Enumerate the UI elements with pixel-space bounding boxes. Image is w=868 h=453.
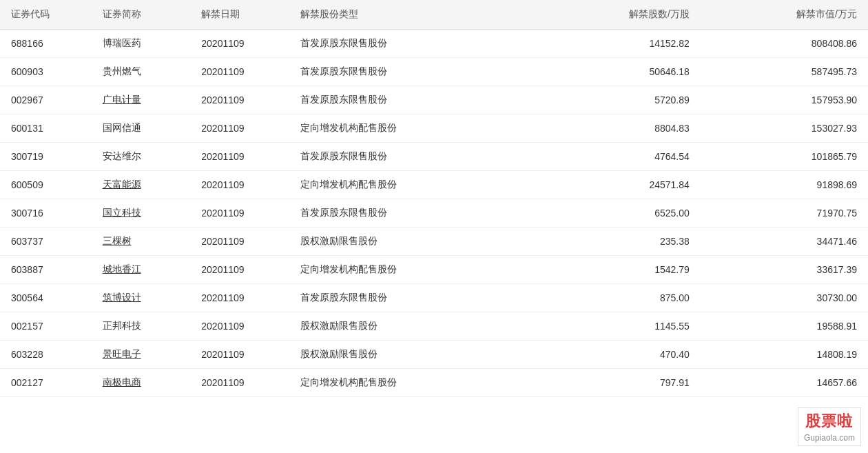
table-row: 603228景旺电子20201109股权激励限售股份470.4014808.19 xyxy=(0,341,868,369)
cell-type: 首发原股东限售股份 xyxy=(289,86,533,114)
cell-code: 688166 xyxy=(0,30,92,58)
cell-name[interactable]: 广电计量 xyxy=(92,86,191,114)
cell-name[interactable]: 筑博设计 xyxy=(92,284,191,312)
stock-name-link[interactable]: 南极电商 xyxy=(103,376,141,387)
cell-date: 20201109 xyxy=(190,341,289,369)
cell-code: 600903 xyxy=(0,58,92,86)
cell-type: 定向增发机构配售股份 xyxy=(289,171,533,199)
watermark-sub: Gupiaola.com xyxy=(804,433,855,443)
table-row: 600131国网信通20201109定向增发机构配售股份8804.8315302… xyxy=(0,114,868,143)
cell-date: 20201109 xyxy=(190,143,289,171)
watermark: 股票啦 Gupiaola.com xyxy=(798,407,861,446)
cell-type: 首发原股东限售股份 xyxy=(289,30,533,58)
stock-name-link[interactable]: 景旺电子 xyxy=(103,348,141,359)
table-row: 002967广电计量20201109首发原股东限售股份5720.89157953… xyxy=(0,86,868,114)
cell-value: 157953.90 xyxy=(701,86,868,114)
cell-value: 14808.19 xyxy=(701,341,868,369)
cell-code: 300716 xyxy=(0,199,92,228)
table-body: 688166博瑞医药20201109首发原股东限售股份14152.8280840… xyxy=(0,30,868,397)
cell-code: 300719 xyxy=(0,143,92,171)
cell-shares: 24571.84 xyxy=(533,171,701,199)
stock-name-link[interactable]: 筑博设计 xyxy=(103,292,141,303)
cell-date: 20201109 xyxy=(190,256,289,284)
table-row: 300564筑博设计20201109首发原股东限售股份875.0030730.0… xyxy=(0,284,868,312)
table-row: 300716国立科技20201109首发原股东限售股份6525.0071970.… xyxy=(0,199,868,228)
cell-type: 首发原股东限售股份 xyxy=(289,58,533,86)
cell-value: 71970.75 xyxy=(701,199,868,228)
cell-value: 19588.91 xyxy=(701,312,868,341)
cell-shares: 14152.82 xyxy=(533,30,701,58)
cell-date: 20201109 xyxy=(190,114,289,143)
cell-type: 股权激励限售股份 xyxy=(289,312,533,341)
header-shares: 解禁股数/万股 xyxy=(533,0,701,30)
cell-date: 20201109 xyxy=(190,171,289,199)
cell-name: 博瑞医药 xyxy=(92,30,191,58)
header-name: 证券简称 xyxy=(92,0,191,30)
cell-shares: 1542.79 xyxy=(533,256,701,284)
cell-value: 587495.73 xyxy=(701,58,868,86)
cell-code: 002967 xyxy=(0,86,92,114)
cell-value: 34471.46 xyxy=(701,228,868,256)
cell-name: 贵州燃气 xyxy=(92,58,191,86)
table-row: 600509天富能源20201109定向增发机构配售股份24571.849189… xyxy=(0,171,868,199)
cell-value: 30730.00 xyxy=(701,284,868,312)
cell-code: 603228 xyxy=(0,341,92,369)
cell-date: 20201109 xyxy=(190,312,289,341)
cell-shares: 875.00 xyxy=(533,284,701,312)
cell-value: 33617.39 xyxy=(701,256,868,284)
cell-value: 808408.86 xyxy=(701,30,868,58)
cell-name: 正邦科技 xyxy=(92,312,191,341)
cell-shares: 235.38 xyxy=(533,228,701,256)
cell-shares: 6525.00 xyxy=(533,199,701,228)
cell-type: 定向增发机构配售股份 xyxy=(289,114,533,143)
stock-name-link[interactable]: 城地香江 xyxy=(103,263,141,274)
table-row: 002157正邦科技20201109股权激励限售股份1145.5519588.9… xyxy=(0,312,868,341)
cell-date: 20201109 xyxy=(190,58,289,86)
cell-shares: 5720.89 xyxy=(533,86,701,114)
cell-shares: 797.91 xyxy=(533,369,701,397)
cell-value: 101865.79 xyxy=(701,143,868,171)
cell-value: 14657.66 xyxy=(701,369,868,397)
cell-code: 600131 xyxy=(0,114,92,143)
header-date: 解禁日期 xyxy=(190,0,289,30)
header-type: 解禁股份类型 xyxy=(289,0,533,30)
cell-shares: 8804.83 xyxy=(533,114,701,143)
table-header-row: 证券代码 证券简称 解禁日期 解禁股份类型 解禁股数/万股 解禁市值/万元 xyxy=(0,0,868,30)
cell-type: 定向增发机构配售股份 xyxy=(289,256,533,284)
cell-name[interactable]: 天富能源 xyxy=(92,171,191,199)
stock-table: 证券代码 证券简称 解禁日期 解禁股份类型 解禁股数/万股 解禁市值/万元 68… xyxy=(0,0,868,397)
cell-type: 股权激励限售股份 xyxy=(289,341,533,369)
header-value: 解禁市值/万元 xyxy=(701,0,868,30)
cell-name[interactable]: 三棵树 xyxy=(92,228,191,256)
stock-name-link[interactable]: 国立科技 xyxy=(103,207,141,218)
cell-type: 首发原股东限售股份 xyxy=(289,143,533,171)
cell-value: 91898.69 xyxy=(701,171,868,199)
cell-date: 20201109 xyxy=(190,369,289,397)
table-row: 300719安达维尔20201109首发原股东限售股份4764.54101865… xyxy=(0,143,868,171)
cell-shares: 1145.55 xyxy=(533,312,701,341)
cell-type: 股权激励限售股份 xyxy=(289,228,533,256)
stock-name-link[interactable]: 广电计量 xyxy=(103,94,141,105)
table-row: 002127南极电商20201109定向增发机构配售股份797.9114657.… xyxy=(0,369,868,397)
cell-code: 300564 xyxy=(0,284,92,312)
cell-name[interactable]: 南极电商 xyxy=(92,369,191,397)
cell-type: 定向增发机构配售股份 xyxy=(289,369,533,397)
main-table-container: 证券代码 证券简称 解禁日期 解禁股份类型 解禁股数/万股 解禁市值/万元 68… xyxy=(0,0,868,397)
cell-shares: 470.40 xyxy=(533,341,701,369)
cell-date: 20201109 xyxy=(190,86,289,114)
cell-name: 国网信通 xyxy=(92,114,191,143)
cell-name[interactable]: 景旺电子 xyxy=(92,341,191,369)
table-row: 603737三棵树20201109股权激励限售股份235.3834471.46 xyxy=(0,228,868,256)
cell-date: 20201109 xyxy=(190,199,289,228)
cell-name[interactable]: 城地香江 xyxy=(92,256,191,284)
cell-code: 603887 xyxy=(0,256,92,284)
cell-date: 20201109 xyxy=(190,284,289,312)
stock-name-link[interactable]: 三棵树 xyxy=(103,235,132,246)
cell-name[interactable]: 国立科技 xyxy=(92,199,191,228)
cell-name: 安达维尔 xyxy=(92,143,191,171)
stock-name-link[interactable]: 天富能源 xyxy=(103,179,141,190)
cell-code: 600509 xyxy=(0,171,92,199)
header-code: 证券代码 xyxy=(0,0,92,30)
cell-value: 153027.93 xyxy=(701,114,868,143)
cell-date: 20201109 xyxy=(190,228,289,256)
